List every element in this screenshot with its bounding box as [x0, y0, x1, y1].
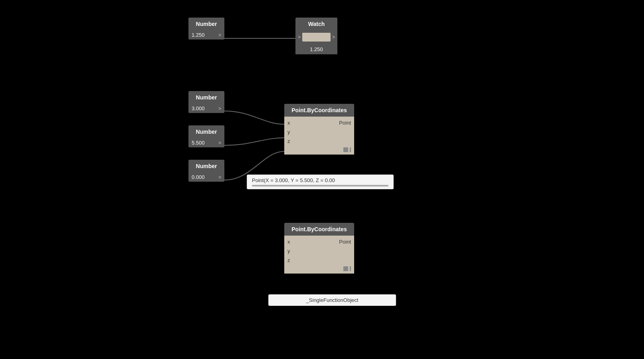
point-node-1-port-out-label[interactable]: Point	[339, 120, 351, 126]
number-node-2-value[interactable]: 3.000	[192, 105, 216, 111]
preview-icon[interactable]	[343, 147, 348, 152]
point-node-2-body: x Point y z	[284, 236, 354, 274]
number-node-4-body: 0.000 >	[188, 173, 224, 182]
watch-node-1-row: > >	[298, 32, 335, 42]
watch-node-1-port-out[interactable]: >	[332, 34, 335, 40]
number-node-1-header: Number	[188, 18, 224, 30]
number-node-3-port-out[interactable]: >	[218, 140, 221, 146]
watch-node-1-port-in[interactable]: >	[298, 34, 301, 40]
point-node-1-port-x[interactable]: x	[287, 120, 292, 126]
watch-node-1-body: > >	[295, 30, 337, 44]
point-node-1-title: Point.ByCoordinates	[291, 107, 347, 113]
number-node-2-port-out[interactable]: >	[218, 106, 221, 111]
bar-icon	[350, 147, 351, 152]
point-node-1-row-y: y	[284, 127, 354, 137]
number-node-2: Number 3.000 >	[188, 91, 224, 113]
point-node-1-body: x Point y z	[284, 117, 354, 155]
number-node-4-value[interactable]: 0.000	[192, 174, 216, 180]
point-node-2-port-z[interactable]: z	[287, 257, 292, 263]
point-node-2-port-out-label[interactable]: Point	[339, 239, 351, 245]
point-node-2-port-x[interactable]: x	[287, 239, 292, 245]
number-node-4: Number 0.000 >	[188, 160, 224, 182]
point-node-1-port-y[interactable]: y	[287, 129, 292, 135]
point-node-1-row-x: x Point	[284, 118, 354, 127]
point-node-2-port-y[interactable]: y	[287, 248, 292, 254]
point-node-2-header: Point.ByCoordinates	[284, 223, 354, 236]
number-node-4-header: Number	[188, 160, 224, 173]
point-node-2-row-y: y	[284, 246, 354, 256]
sfo-label: _SingleFunctionObject	[306, 297, 359, 303]
watch-node-1-header: Watch	[295, 18, 337, 30]
watch-node-1-title: Watch	[308, 21, 325, 27]
number-node-3-body: 5.500 >	[188, 138, 224, 147]
output-bubble-bar	[252, 185, 388, 186]
number-node-3: Number 5.500 >	[188, 125, 224, 147]
watch-node-1-value: 1.250	[310, 46, 323, 52]
point-node-1-row-z: z	[284, 137, 354, 146]
bar-icon-2	[350, 266, 351, 271]
sfo-bubble: _SingleFunctionObject	[268, 294, 396, 306]
number-node-3-value[interactable]: 5.500	[192, 140, 216, 146]
number-node-3-title: Number	[196, 129, 217, 135]
point-node-2-row-z: z	[284, 256, 354, 265]
point-node-1-output-bubble: Point(X = 3.000, Y = 5.500, Z = 0.00	[247, 175, 394, 189]
watch-node-1-input[interactable]	[302, 33, 331, 42]
node-canvas[interactable]: Number 1.250 > Watch > > 1.250 Number 3.…	[0, 0, 644, 359]
number-node-1-title: Number	[196, 21, 217, 27]
number-node-2-body: 3.000 >	[188, 104, 224, 113]
point-node-2-title: Point.ByCoordinates	[291, 226, 347, 232]
watch-node-1-value-area: 1.250	[295, 44, 337, 54]
number-node-2-title: Number	[196, 94, 217, 101]
number-node-4-title: Number	[196, 163, 217, 169]
number-node-1-body: 1.250 >	[188, 30, 224, 40]
number-node-4-port-out[interactable]: >	[218, 175, 221, 180]
watch-node-1: Watch > > 1.250	[295, 18, 337, 54]
point-node-2-footer	[284, 265, 354, 272]
number-node-1: Number 1.250 >	[188, 18, 224, 40]
number-node-1-value[interactable]: 1.250	[192, 32, 216, 38]
point-node-1-output-text: Point(X = 3.000, Y = 5.500, Z = 0.00	[252, 177, 335, 183]
point-node-2-row-x: x Point	[284, 237, 354, 246]
number-node-3-header: Number	[188, 125, 224, 138]
point-node-2: Point.ByCoordinates x Point y z	[284, 223, 354, 274]
preview-icon-2[interactable]	[343, 266, 348, 271]
point-node-1-footer	[284, 146, 354, 153]
point-node-1-port-z[interactable]: z	[287, 138, 292, 144]
number-node-1-port-out[interactable]: >	[218, 32, 221, 38]
point-node-1-header: Point.ByCoordinates	[284, 104, 354, 117]
point-node-1: Point.ByCoordinates x Point y z	[284, 104, 354, 155]
number-node-2-header: Number	[188, 91, 224, 104]
